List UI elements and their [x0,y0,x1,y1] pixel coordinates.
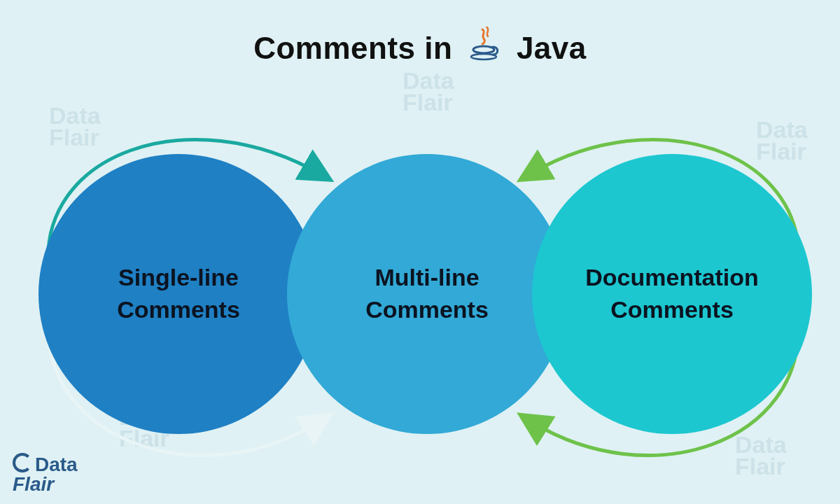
circle-multi-line: Multi-lineComments [287,154,567,434]
circle-label: DocumentationComments [564,262,779,326]
brand-line-2: Flair [13,475,78,494]
brand-ring-icon [13,453,32,472]
page-title: Comments in Java [0,27,840,70]
circle-label: Single-lineComments [96,262,261,326]
circle-documentation: DocumentationComments [532,154,812,434]
title-part-1: Comments in [253,31,452,65]
java-logo-icon [470,27,502,70]
circle-label: Multi-lineComments [344,262,510,326]
brand-logo: Data Flair [13,456,78,494]
title-part-2: Java [517,31,587,65]
brand-line-1: Data [35,454,78,475]
svg-point-1 [471,54,496,59]
comments-diagram: Single-lineComments Multi-lineComments D… [0,98,840,490]
circle-single-line: Single-lineComments [38,154,318,434]
svg-point-0 [473,46,494,53]
